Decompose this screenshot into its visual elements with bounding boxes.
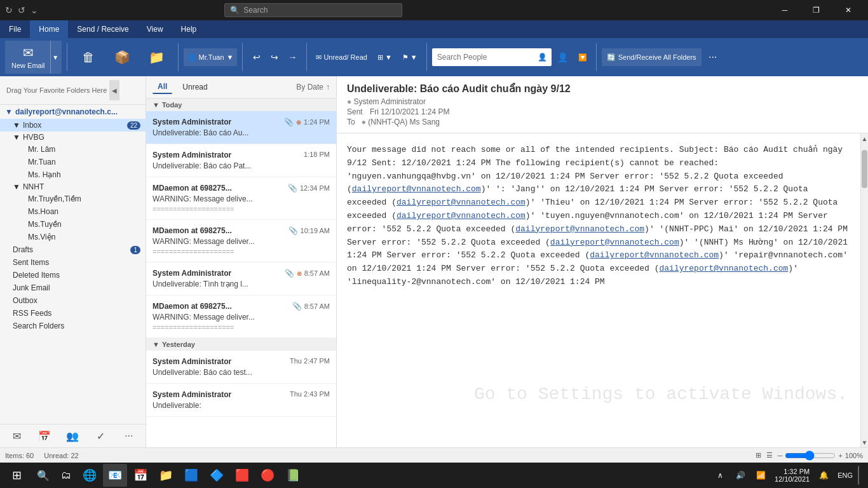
sidebar-item-ms-vien[interactable]: Ms.Viện xyxy=(0,231,146,243)
sidebar-item-mr-truyen[interactable]: Mr.Truyền,Tiềm xyxy=(0,193,146,205)
taskbar-clock[interactable]: 1:32 PM 12/10/2021 xyxy=(775,468,810,483)
apps-button[interactable]: ⊞ ▼ xyxy=(374,50,396,65)
sidebar-item-outbox[interactable]: Outbox xyxy=(0,294,146,307)
sidebar-item-hvbg[interactable]: ▼ HVBG xyxy=(0,132,146,143)
email-item[interactable]: System Administrator Thu 2:47 PM Undeliv… xyxy=(146,351,336,384)
scrollbar-track[interactable] xyxy=(861,144,868,437)
taskbar-app3-button[interactable]: 🟥 xyxy=(230,464,254,487)
refresh-icon[interactable]: ↻ xyxy=(5,5,13,15)
sidebar-item-mr-tuan[interactable]: Mr.Tuan xyxy=(0,156,146,168)
archive-button[interactable]: 📦 xyxy=(107,41,139,74)
undo-nav-button[interactable]: ↩ xyxy=(248,48,266,66)
filter-all-button[interactable]: All xyxy=(153,80,172,94)
redo-nav-button[interactable]: ↪ xyxy=(266,48,283,66)
account-selector[interactable]: 👤 Mr.Tuan ▼ xyxy=(184,48,238,66)
people-nav-button[interactable]: 👥 xyxy=(64,427,81,445)
start-button[interactable]: ⊞ xyxy=(3,463,31,488)
sidebar-item-mr-lam[interactable]: Mr. Lâm xyxy=(0,143,146,156)
tab-file[interactable]: File xyxy=(0,20,30,38)
forward-nav-button[interactable]: → xyxy=(283,48,301,66)
move-button[interactable]: 📁 xyxy=(141,41,173,74)
sidebar-collapse-button[interactable]: ◀ xyxy=(109,80,119,100)
calendar-nav-button[interactable]: 📅 xyxy=(36,427,53,445)
close-button[interactable]: ✕ xyxy=(834,0,863,20)
link-1[interactable]: dailyreport@vnnanotech.com xyxy=(352,184,481,194)
link-3[interactable]: dailyreport@vnnanotech.com xyxy=(397,211,526,220)
filter-unread-button[interactable]: Unread xyxy=(177,81,212,93)
sidebar-item-deleted[interactable]: Deleted Items xyxy=(0,269,146,281)
account-folder[interactable]: ▼ dailyreport@vnnanotech.c... xyxy=(0,105,146,119)
link-5[interactable]: dailyreport@vnnanotech.com xyxy=(550,238,679,247)
tab-help[interactable]: Help xyxy=(172,20,206,38)
zoom-out-button[interactable]: ─ xyxy=(778,452,783,459)
flag-button[interactable]: ⚑ ▼ xyxy=(398,50,421,65)
link-7[interactable]: dailyreport@vnnanotech.com xyxy=(659,264,788,273)
show-desktop-button[interactable] xyxy=(858,466,860,485)
taskbar-network-icon[interactable]: 🔊 xyxy=(731,466,749,484)
scrollbar-down-button[interactable]: ▼ xyxy=(861,437,868,447)
new-email-button[interactable]: ✉ New Email ▼ xyxy=(5,41,62,74)
email-item[interactable]: System Administrator Thu 2:43 PM Undeliv… xyxy=(146,384,336,417)
search-people-button[interactable]: 👤 xyxy=(534,48,552,66)
scrollbar-thumb[interactable] xyxy=(862,150,867,188)
taskbar-calendar-button[interactable]: 📅 xyxy=(128,464,153,487)
sidebar-item-ms-tuyen[interactable]: Ms.Tuyền xyxy=(0,218,146,231)
sidebar-item-rss[interactable]: RSS Feeds xyxy=(0,307,146,320)
sidebar-item-search-folders[interactable]: Search Folders xyxy=(0,320,146,332)
new-email-dropdown[interactable]: ▼ xyxy=(50,41,60,74)
taskbar-search-button[interactable]: 🔍 xyxy=(32,464,55,487)
tab-home[interactable]: Home xyxy=(30,20,68,38)
link-2[interactable]: dailyreport@vnnanotech.com xyxy=(397,198,526,207)
sidebar-item-inbox[interactable]: ▼ Inbox 22 xyxy=(0,119,146,132)
notification-button[interactable]: 🔔 xyxy=(815,466,832,484)
taskbar-edge-button[interactable]: 🌐 xyxy=(78,464,102,487)
title-search-box[interactable]: 🔍 Search xyxy=(224,3,402,17)
taskbar-volume-icon[interactable]: 📶 xyxy=(752,466,770,484)
email-item[interactable]: MDaemon at 698275... 📎 8:57 AM WARNING: … xyxy=(146,295,336,338)
sidebar-item-ms-hanh[interactable]: Ms. Hạnh xyxy=(0,168,146,181)
reading-scrollbar[interactable]: ▲ ▼ xyxy=(860,133,868,447)
mail-nav-button[interactable]: ✉ xyxy=(8,427,25,445)
taskbar-app4-button[interactable]: 🔴 xyxy=(255,464,280,487)
tab-view[interactable]: View xyxy=(138,20,172,38)
unread-read-button[interactable]: ✉ Unread/ Read xyxy=(312,50,371,65)
scrollbar-up-button[interactable]: ▲ xyxy=(861,133,868,144)
taskbar-hidden-icons-button[interactable]: ∧ xyxy=(711,466,729,484)
tasks-nav-button[interactable]: ✓ xyxy=(92,427,110,445)
address-book-button[interactable]: 👤 xyxy=(554,48,572,66)
link-6[interactable]: dailyreport@vnnanotech.com xyxy=(590,250,719,260)
more-icon[interactable]: ⌄ xyxy=(31,5,38,15)
sidebar-item-sent[interactable]: Sent Items xyxy=(0,256,146,269)
email-item[interactable]: MDaemon at 698275... 📎 12:34 PM WARNING:… xyxy=(146,177,336,220)
email-sort-button[interactable]: By Date ↑ xyxy=(296,83,330,92)
link-4[interactable]: dailyreport@vnnanotech.com xyxy=(515,224,644,234)
email-item[interactable]: System Administrator 📎 ⊕ 8:57 AM Undeliv… xyxy=(146,262,336,295)
sidebar-item-nnht[interactable]: ▼ NNHT xyxy=(0,181,146,193)
taskbar-explorer-button[interactable]: 📁 xyxy=(154,464,178,487)
sidebar-item-drafts[interactable]: Drafts 1 xyxy=(0,243,146,256)
more-nav-button[interactable]: ··· xyxy=(120,427,138,445)
taskbar-task-view-button[interactable]: 🗂 xyxy=(56,464,76,487)
taskbar-outlook-button[interactable]: 📧 xyxy=(103,464,127,487)
undo-icon[interactable]: ↺ xyxy=(18,5,25,15)
taskbar-app5-button[interactable]: 📗 xyxy=(281,464,305,487)
delete-button[interactable]: 🗑 xyxy=(72,41,104,74)
email-item[interactable]: System Administrator 1:18 PM Undeliverab… xyxy=(146,144,336,177)
restore-button[interactable]: ❐ xyxy=(802,0,831,20)
minimize-button[interactable]: ─ xyxy=(770,0,799,20)
filter-button[interactable]: 🔽 xyxy=(574,48,591,66)
email-item[interactable]: MDaemon at 698275... 📎 10:19 AM WARNING:… xyxy=(146,220,336,262)
email-item[interactable]: System Administrator 📎 ⊕ 1:24 PM Undeliv… xyxy=(146,111,336,144)
send-receive-all-button[interactable]: 🔄 Send/Receive All Folders xyxy=(602,48,702,66)
zoom-in-button[interactable]: + xyxy=(838,452,842,459)
list-view-icon[interactable]: ☰ xyxy=(766,451,773,459)
taskbar-app1-button[interactable]: 🟦 xyxy=(179,464,203,487)
new-email-main[interactable]: ✉ New Email xyxy=(6,41,50,74)
taskbar-app2-button[interactable]: 🔷 xyxy=(205,464,229,487)
more-options-button[interactable]: ··· xyxy=(704,48,722,66)
sidebar-item-ms-hoan[interactable]: Ms.Hoan xyxy=(0,205,146,218)
grid-view-icon[interactable]: ⊞ xyxy=(756,451,761,459)
tab-send-receive[interactable]: Send / Receive xyxy=(68,20,137,38)
zoom-slider[interactable] xyxy=(785,451,836,461)
sidebar-item-junk[interactable]: Junk Email xyxy=(0,281,146,294)
